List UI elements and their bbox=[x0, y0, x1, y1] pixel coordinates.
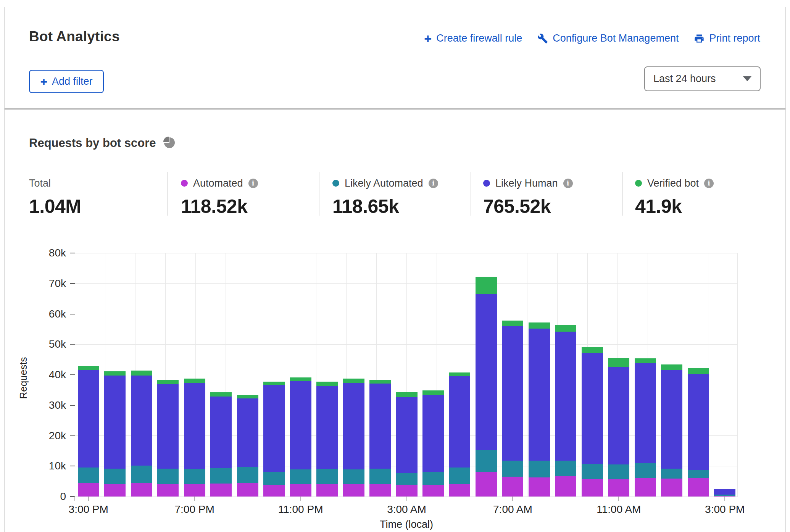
segment-automated bbox=[263, 485, 285, 497]
segment-likely-human bbox=[78, 370, 99, 468]
stat-total: Total 1.04M bbox=[29, 178, 51, 189]
segment-likely-automated bbox=[210, 468, 232, 484]
add-filter-button[interactable]: + Add filter bbox=[29, 70, 104, 93]
stat-verified-bot[interactable]: Verified bot i 41.9k bbox=[635, 178, 714, 189]
pie-chart-icon bbox=[163, 136, 176, 150]
bar-12-00-pm[interactable] bbox=[635, 358, 656, 497]
x-tick-label: 3:00 PM bbox=[69, 503, 108, 516]
bar-5-00-pm[interactable] bbox=[131, 371, 152, 497]
x-tick-label: 7:00 AM bbox=[493, 503, 532, 516]
x-tick-mark bbox=[74, 497, 75, 501]
bar-11-00-am[interactable] bbox=[608, 358, 629, 497]
segment-verified-bot bbox=[343, 379, 364, 383]
segment-automated bbox=[131, 483, 152, 497]
bot-analytics-page: Bot Analytics + Create firewall rule Con… bbox=[0, 0, 790, 532]
bar-4-00-am[interactable] bbox=[422, 390, 444, 497]
likely-human-legend-dot bbox=[483, 180, 490, 187]
y-tick-label: 40k bbox=[24, 369, 66, 381]
segment-automated bbox=[688, 478, 709, 497]
info-icon[interactable]: i bbox=[704, 179, 714, 188]
bar-3-00-pm[interactable] bbox=[78, 366, 99, 497]
y-tick-label: 0 bbox=[24, 490, 66, 503]
bar-11-00-pm[interactable] bbox=[290, 377, 311, 497]
y-tick-label: 70k bbox=[24, 277, 66, 290]
segment-likely-human bbox=[714, 489, 735, 495]
segment-automated bbox=[555, 476, 576, 497]
chevron-down-icon bbox=[743, 76, 751, 81]
print-report-link[interactable]: Print report bbox=[694, 32, 760, 44]
bar-8-00-am[interactable] bbox=[529, 322, 550, 497]
stat-divider bbox=[319, 172, 319, 216]
x-tick-mark bbox=[724, 497, 725, 501]
segment-automated bbox=[529, 477, 550, 497]
stat-automated-value: 118.52k bbox=[181, 195, 247, 218]
bar-9-00-am[interactable] bbox=[555, 325, 576, 497]
configure-bot-management-label: Configure Bot Management bbox=[553, 32, 679, 44]
stat-total-value: 1.04M bbox=[29, 195, 81, 218]
y-tick-mark bbox=[70, 314, 75, 314]
configure-bot-management-link[interactable]: Configure Bot Management bbox=[537, 32, 679, 44]
segment-automated bbox=[184, 484, 205, 497]
bar-1-00-pm[interactable] bbox=[661, 364, 682, 497]
y-tick-mark bbox=[70, 374, 75, 375]
bar-3-00-pm[interactable] bbox=[714, 489, 735, 497]
stat-divider bbox=[471, 172, 471, 216]
bar-7-00-am[interactable] bbox=[502, 321, 523, 497]
segment-likely-automated bbox=[343, 469, 364, 484]
y-tick-mark bbox=[70, 435, 75, 436]
stat-total-label: Total bbox=[29, 177, 51, 189]
segment-likely-automated bbox=[608, 464, 629, 479]
stat-likely-automated[interactable]: Likely Automated i 118.65k bbox=[332, 178, 438, 189]
segment-likely-automated bbox=[263, 472, 285, 485]
bar-6-00-am[interactable] bbox=[476, 277, 497, 497]
bar-4-00-pm[interactable] bbox=[104, 371, 126, 497]
segment-verified-bot bbox=[608, 358, 629, 367]
segment-verified-bot bbox=[582, 347, 603, 353]
bar-2-00-am[interactable] bbox=[369, 380, 391, 497]
x-tick-mark bbox=[300, 497, 301, 501]
bar-7-00-pm[interactable] bbox=[184, 379, 205, 497]
bar-5-00-am[interactable] bbox=[449, 372, 470, 497]
bar-10-00-am[interactable] bbox=[582, 347, 603, 497]
info-icon[interactable]: i bbox=[563, 179, 573, 188]
bar-9-00-pm[interactable] bbox=[237, 395, 258, 497]
bar-3-00-am[interactable] bbox=[396, 392, 418, 497]
bar-2-00-pm[interactable] bbox=[688, 368, 709, 497]
segment-verified-bot bbox=[104, 371, 126, 376]
segment-automated bbox=[635, 478, 656, 497]
segment-verified-bot bbox=[78, 366, 99, 370]
segment-automated bbox=[104, 484, 126, 497]
bar-8-00-pm[interactable] bbox=[210, 392, 232, 497]
y-tick-label: 80k bbox=[24, 247, 66, 259]
segment-verified-bot bbox=[449, 372, 470, 376]
segment-likely-human bbox=[422, 395, 444, 472]
stat-likely-human[interactable]: Likely Human i 765.52k bbox=[483, 178, 573, 189]
segment-likely-automated bbox=[661, 469, 682, 479]
segment-verified-bot bbox=[555, 325, 576, 332]
info-icon[interactable]: i bbox=[429, 179, 438, 188]
segment-verified-bot bbox=[210, 392, 232, 396]
time-range-dropdown[interactable]: Last 24 hours bbox=[644, 66, 761, 91]
segment-automated bbox=[237, 483, 258, 497]
header-divider bbox=[5, 108, 785, 110]
bar-10-00-pm[interactable] bbox=[263, 382, 285, 497]
segment-likely-human bbox=[396, 397, 418, 473]
x-tick-label: 3:00 AM bbox=[387, 503, 426, 516]
stat-automated-label: Automated bbox=[193, 177, 243, 189]
bar-12-00-am[interactable] bbox=[316, 382, 338, 497]
stat-verified-bot-label: Verified bot bbox=[647, 177, 699, 189]
bar-6-00-pm[interactable] bbox=[157, 380, 179, 497]
info-icon[interactable]: i bbox=[248, 179, 258, 188]
stat-automated[interactable]: Automated i 118.52k bbox=[181, 178, 258, 189]
segment-verified-bot bbox=[502, 321, 523, 326]
segment-likely-automated bbox=[502, 461, 523, 477]
bar-1-00-am[interactable] bbox=[343, 379, 364, 497]
segment-likely-human bbox=[263, 385, 285, 472]
create-firewall-rule-link[interactable]: + Create firewall rule bbox=[424, 32, 522, 44]
print-report-label: Print report bbox=[709, 32, 760, 44]
segment-likely-human bbox=[635, 363, 656, 463]
chart-plot-area bbox=[75, 253, 738, 497]
gridline bbox=[737, 253, 738, 497]
bot-analytics-card: Bot Analytics + Create firewall rule Con… bbox=[4, 7, 786, 532]
stat-divider bbox=[167, 172, 168, 216]
